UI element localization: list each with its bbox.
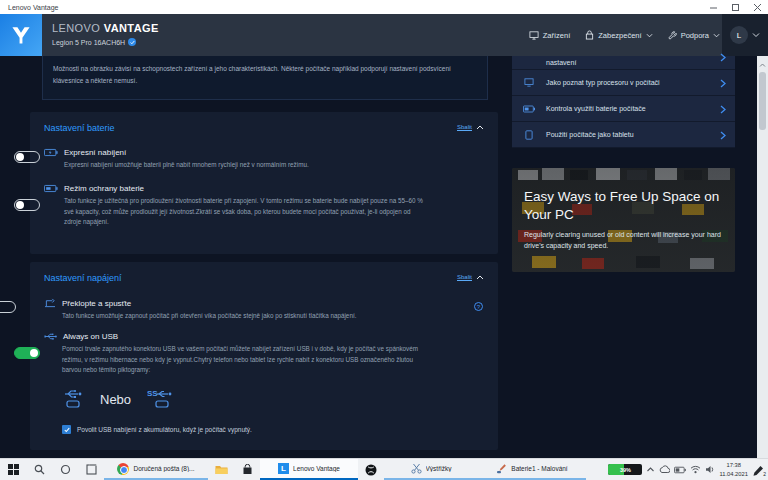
search-icon (34, 464, 45, 475)
checkbox-checked[interactable] (62, 425, 71, 434)
battery-icon (523, 105, 535, 113)
taskbar-app-label: Lenovo Vantage (293, 465, 340, 472)
system-tray: 39% 17:38 11.04.2021 2 (608, 459, 768, 480)
lenovo-vantage-window: Lenovo Vantage LENOVO VANTAGE Legion 5 P… (0, 0, 768, 480)
nav-devices[interactable]: Zařízení (529, 31, 571, 40)
taskbar-ms-store[interactable] (234, 459, 260, 480)
legion-y-icon (6, 20, 36, 50)
link-item-truncated[interactable]: nastavení (512, 56, 735, 70)
setting-flip-to-start: Překlopte a spusťte Tato funkce umožňuje… (44, 298, 424, 322)
taskbar-app-label: Doručená pošta (8)... (133, 465, 194, 472)
avatar[interactable]: L (730, 26, 748, 44)
tablet-icon (525, 130, 533, 140)
search-button[interactable] (26, 459, 52, 480)
account-area[interactable]: L (722, 14, 768, 56)
link-item-processor[interactable]: Jako poznat typ procesoru v počítači (512, 70, 735, 96)
monitor-icon (524, 78, 534, 87)
action-center-button[interactable]: 2 (752, 463, 765, 476)
xbox-icon (365, 464, 377, 476)
promo-title: Easy Ways to Free Up Space on Your PC (524, 188, 726, 223)
taskbar-app-paint[interactable]: Baterie1 - Malování (478, 459, 586, 480)
scrollbar-thumb[interactable] (759, 72, 766, 130)
clock[interactable]: 17:38 11.04.2021 (719, 461, 748, 478)
notification-count: 2 (763, 471, 766, 477)
express-charging-toggle[interactable] (14, 151, 40, 163)
express-charging-title: Expresní nabíjení (64, 148, 126, 157)
paint-icon (496, 463, 507, 474)
flip-to-start-toggle[interactable] (0, 301, 16, 313)
power-section-title: Nastavení napájení (44, 273, 122, 283)
chevron-down-icon (713, 33, 720, 38)
cortana-button[interactable] (52, 459, 78, 480)
wifi-icon[interactable] (690, 465, 701, 474)
link-label: Jako poznat typ procesoru v počítači (546, 79, 735, 86)
start-button[interactable] (0, 459, 26, 480)
collapse-link[interactable]: Sbalit (457, 124, 472, 130)
taskbar-xbox[interactable] (358, 459, 384, 480)
pen-icon (752, 465, 764, 477)
maximize-icon (732, 4, 739, 11)
scrollbar[interactable] (757, 56, 768, 458)
nav-support[interactable]: Podpora (668, 31, 720, 40)
chrome-icon (117, 463, 129, 475)
nav-devices-label: Zařízení (543, 31, 571, 40)
chevron-right-icon (720, 74, 726, 92)
flip-to-start-desc: Tato funkce umožňuje zapnout počítač při… (62, 311, 402, 322)
svg-text:SS: SS (147, 389, 158, 398)
nav-security-label: Zabezpečení (598, 31, 641, 40)
tray-time: 17:38 (719, 461, 748, 469)
taskbar-file-explorer[interactable] (208, 459, 234, 480)
help-icon[interactable]: ? (474, 302, 483, 311)
nav-support-label: Podpora (681, 31, 709, 40)
taskbar-app-label: Výstřižky (426, 465, 452, 472)
taskbar-app-snip[interactable]: Výstřižky (384, 459, 478, 480)
nav-security[interactable]: Zabezpečení (585, 30, 652, 40)
usb-pictograms: Nebo SS (62, 388, 173, 410)
windows-logo-icon (8, 464, 19, 475)
minimize-button[interactable] (702, 0, 724, 14)
task-view-button[interactable] (78, 459, 104, 480)
title-bar: Lenovo Vantage (0, 0, 768, 14)
link-item-tablet[interactable]: Použití počítače jako tabletu (512, 122, 735, 148)
chevron-right-icon (720, 48, 726, 66)
battery-meter-widget[interactable]: 39% (608, 464, 642, 475)
chevron-down-icon (646, 33, 653, 38)
maximize-button[interactable] (724, 0, 746, 14)
always-on-usb-toggle[interactable] (14, 347, 40, 359)
link-label: nastavení (546, 59, 735, 66)
always-on-usb-desc: Pomocí trvale zapnutého konektoru USB ve… (62, 344, 434, 376)
battery-settings-card: Nastavení baterie Sbalit Expresní nabíje… (30, 112, 498, 254)
speaker-icon[interactable] (705, 465, 715, 474)
checkbox-label: Povolit USB nabíjení z akumulátoru, když… (77, 426, 252, 433)
flip-to-start-title: Překlopte a spusťte (62, 299, 131, 308)
brand-lenovo: LENOVO (52, 22, 100, 34)
snip-icon (411, 463, 422, 474)
taskbar: Doručená pošta (8)... L Lenovo Vantage V… (0, 458, 768, 480)
battery-collapse-control[interactable]: Sbalit (457, 124, 484, 130)
battery-section-title: Nastavení baterie (44, 123, 115, 133)
link-label: Kontrola využití baterie počítače (546, 105, 735, 112)
lock-icon (585, 30, 594, 40)
usb-superspeed-icon: SS (147, 388, 173, 410)
promo-card[interactable]: Easy Ways to Free Up Space on Your PC Re… (512, 168, 735, 272)
close-button[interactable] (746, 0, 768, 14)
express-charging-desc: Expresní nabíjení umožňuje baterii plně … (64, 160, 384, 171)
collapse-link[interactable]: Sbalit (457, 274, 472, 280)
chevron-down-icon (752, 32, 760, 38)
taskbar-app-lenovo-vantage[interactable]: L Lenovo Vantage (260, 459, 358, 480)
capability-note: Možnosti na obrázku závisí na schopnoste… (42, 56, 488, 100)
link-item-battery-usage[interactable]: Kontrola využití baterie počítače (512, 96, 735, 122)
conservation-mode-toggle[interactable] (14, 199, 40, 211)
device-name: Legion 5 Pro 16ACH6H (52, 38, 136, 46)
link-label: Použití počítače jako tabletu (546, 131, 735, 138)
power-settings-card: Nastavení napájení Sbalit Překlopte a sp… (30, 262, 498, 450)
power-collapse-control[interactable]: Sbalit (457, 274, 484, 280)
taskbar-app-chrome[interactable]: Doručená pošta (8)... (104, 459, 208, 480)
onedrive-cloud-icon[interactable] (659, 465, 670, 474)
chevron-right-icon (720, 126, 726, 144)
battery-charging-icon (44, 148, 58, 157)
tray-battery-icon[interactable] (674, 466, 686, 474)
always-on-usb-title: Always on USB (63, 332, 118, 341)
usb-port-icon (62, 388, 84, 410)
tray-expand-icon[interactable] (646, 466, 655, 473)
